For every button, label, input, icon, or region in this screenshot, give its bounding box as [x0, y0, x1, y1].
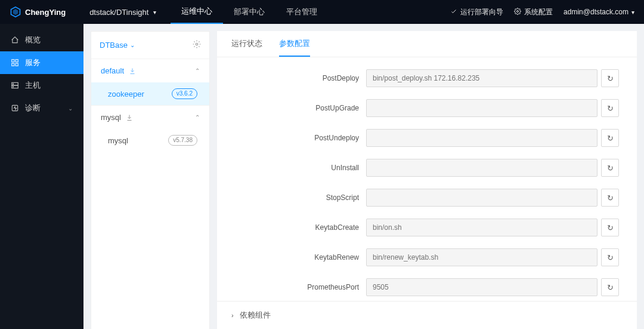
left-sidebar: 概览 服务 主机 诊断 ⌄ [0, 24, 83, 329]
logo-icon [10, 6, 21, 18]
row-prometheusport: PrometheusPort ↻ [235, 278, 619, 296]
brand: ChengYing [10, 6, 66, 18]
postupgrade-input[interactable] [366, 99, 597, 117]
accordion-deps[interactable]: › 依赖组件 [217, 301, 637, 329]
tree-group-default[interactable]: default ⌃ [91, 59, 209, 82]
reset-button[interactable]: ↻ [601, 278, 619, 296]
reset-button[interactable]: ↻ [601, 189, 619, 207]
version-badge: v3.6.2 [172, 88, 197, 99]
reset-button[interactable]: ↻ [601, 248, 619, 266]
tab-run-status[interactable]: 运行状态 [231, 38, 262, 57]
nav-ops-center[interactable]: 运维中心 [171, 0, 223, 24]
main-panel: 运行状态 参数配置 PostDeploy ↻ PostUpGrade ↻ [217, 31, 637, 329]
chevron-up-icon: ⌃ [195, 114, 200, 121]
chevron-down-icon: ⌄ [130, 42, 135, 48]
reset-button[interactable]: ↻ [601, 129, 619, 147]
deploy-guide-link[interactable]: 运行部署向导 [450, 7, 503, 17]
reload-icon: ↻ [607, 193, 614, 202]
prometheusport-input[interactable] [366, 278, 597, 296]
postundeploy-input[interactable] [366, 129, 597, 147]
tree-group-mysql[interactable]: mysql ⌃ [91, 105, 209, 129]
row-keytabcreate: KeytabCreate ↻ [235, 219, 619, 236]
row-uninstall: UnInstall ↻ [235, 159, 619, 177]
param-label: KeytabCreate [235, 223, 366, 232]
param-label: PostDeploy [235, 74, 366, 82]
gear-icon[interactable] [193, 40, 201, 50]
sidebar-item-diagnose[interactable]: 诊断 ⌄ [0, 97, 83, 119]
reload-icon: ↻ [607, 104, 614, 113]
sidebar-label: 服务 [25, 57, 41, 68]
nav-platform-mgmt[interactable]: 平台管理 [275, 0, 328, 24]
chevron-down-icon: ⌄ [68, 105, 73, 112]
tree-leaf-mysql[interactable]: mysql v5.7.38 [91, 129, 209, 152]
row-stopscript: StopScript ↻ [235, 189, 619, 207]
row-postdeploy: PostDeploy ↻ [235, 69, 619, 87]
keytabrenew-input[interactable] [366, 248, 597, 266]
sidebar-item-hosts[interactable]: 主机 [0, 74, 83, 97]
sidebar-label: 主机 [25, 80, 41, 91]
sidebar-label: 概览 [25, 35, 41, 45]
svg-rect-4 [16, 60, 18, 62]
tab-param-config[interactable]: 参数配置 [279, 38, 310, 57]
sidebar-label: 诊断 [25, 103, 41, 113]
diag-icon [11, 104, 19, 112]
tabs: 运行状态 参数配置 [217, 31, 637, 57]
host-icon [11, 81, 19, 90]
keytabcreate-input[interactable] [366, 219, 597, 236]
topbar-right: 运行部署向导 系统配置 admin@dtstack.com ▾ [450, 7, 634, 17]
row-postundeploy: PostUndeploy ↻ [235, 129, 619, 147]
reset-button[interactable]: ↻ [601, 69, 619, 87]
reset-button[interactable]: ↻ [601, 219, 619, 236]
sidebar-item-overview[interactable]: 概览 [0, 29, 83, 51]
gear-icon [514, 8, 521, 17]
svg-point-10 [13, 87, 14, 87]
param-label: PostUpGrade [235, 104, 366, 112]
reset-button[interactable]: ↻ [601, 159, 619, 177]
service-tree: DTBase ⌄ default ⌃ zookeeper v3.6.2 mysq… [91, 31, 210, 329]
app-icon [11, 59, 19, 67]
postdeploy-input[interactable] [366, 69, 597, 87]
home-icon [11, 36, 19, 44]
svg-rect-6 [16, 63, 18, 66]
user-menu[interactable]: admin@dtstack.com ▾ [564, 8, 634, 16]
top-nav: 运维中心 部署中心 平台管理 [171, 0, 328, 24]
reload-icon: ↻ [607, 164, 614, 173]
download-icon [129, 67, 136, 75]
param-label: UnInstall [235, 164, 366, 172]
tree-leaf-zookeeper[interactable]: zookeeper v3.6.2 [91, 82, 209, 105]
reload-icon: ↻ [607, 283, 614, 292]
chevron-down-icon: ▾ [153, 9, 156, 16]
row-postupgrade: PostUpGrade ↻ [235, 99, 619, 117]
svg-point-2 [517, 10, 519, 12]
tree-root[interactable]: DTBase ⌄ [91, 32, 209, 59]
project-name: dtstack/DTinsight [89, 8, 148, 17]
reload-icon: ↻ [607, 253, 614, 262]
reload-icon: ↻ [607, 223, 614, 232]
svg-point-9 [13, 84, 14, 84]
group-label: mysql [101, 113, 121, 122]
system-settings-link[interactable]: 系统配置 [514, 7, 553, 17]
brand-text: ChengYing [25, 8, 66, 17]
svg-rect-3 [12, 60, 14, 62]
nav-deploy-center[interactable]: 部署中心 [223, 0, 275, 24]
topbar: ChengYing dtstack/DTinsight ▾ 运维中心 部署中心 … [0, 0, 644, 24]
group-label: default [101, 66, 124, 75]
param-label: KeytabRenew [235, 253, 366, 262]
leaf-label: zookeeper [108, 90, 144, 99]
version-badge: v5.7.38 [168, 135, 197, 146]
param-form: PostDeploy ↻ PostUpGrade ↻ PostUndeploy [217, 57, 637, 301]
param-label: PostUndeploy [235, 134, 366, 142]
stopscript-input[interactable] [366, 189, 597, 207]
chevron-down-icon: ▾ [631, 9, 634, 16]
svg-point-12 [196, 43, 198, 45]
param-label: StopScript [235, 193, 366, 202]
sidebar-item-services[interactable]: 服务 [0, 51, 83, 74]
reset-button[interactable]: ↻ [601, 99, 619, 117]
accordion-label: 依赖组件 [240, 310, 271, 321]
reload-icon: ↻ [607, 74, 614, 83]
project-selector[interactable]: dtstack/DTinsight ▾ [89, 8, 156, 17]
leaf-label: mysql [108, 136, 128, 145]
uninstall-input[interactable] [366, 159, 597, 177]
chevron-right-icon: › [231, 312, 234, 319]
chevron-up-icon: ⌃ [195, 67, 200, 74]
